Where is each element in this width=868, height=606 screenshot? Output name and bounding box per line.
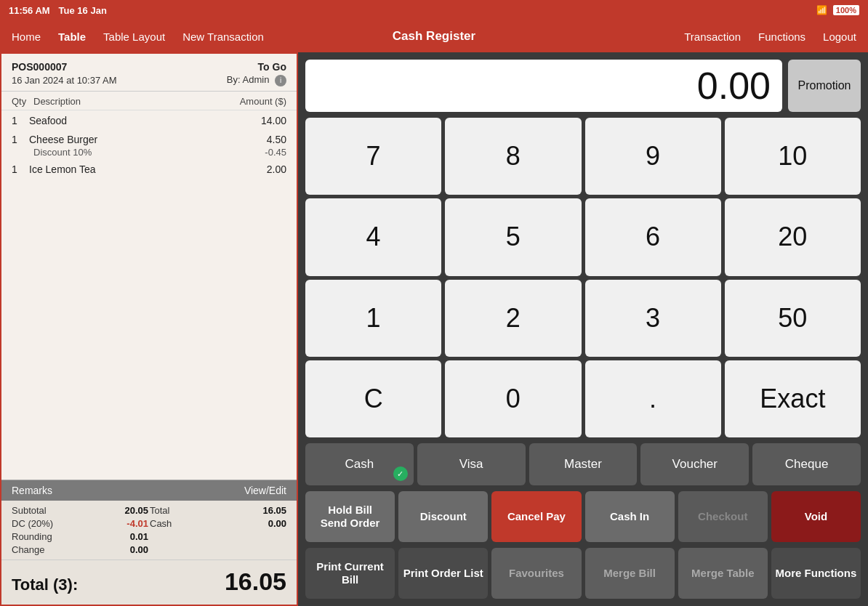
numpad-btn-.[interactable]: . — [585, 360, 721, 437]
nav-bar: Home Table Table Layout New Transaction … — [0, 20, 868, 52]
action-btn-void[interactable]: Void — [771, 491, 861, 542]
action-btn-discount[interactable]: Discount — [398, 491, 488, 542]
action-btn-checkout: Checkout — [678, 491, 768, 542]
payment-btn-cash[interactable]: Cash✓ — [305, 443, 414, 485]
subtotal-value: 20.05 — [124, 505, 148, 516]
numpad-btn-8[interactable]: 8 — [445, 118, 581, 195]
receipt-item: 1 Seafood 14.00 — [12, 115, 286, 126]
action-btn-merge-table: Merge Table — [678, 548, 768, 599]
payment-btn-voucher[interactable]: Voucher — [640, 443, 749, 485]
action-btn-merge-bill: Merge Bill — [585, 548, 675, 599]
numpad-btn-9[interactable]: 9 — [585, 118, 721, 195]
nav-new-transaction[interactable]: New Transaction — [182, 31, 264, 43]
change-value: 0.00 — [130, 544, 148, 555]
promotion-button[interactable]: Promotion — [788, 60, 861, 112]
payment-btn-cheque[interactable]: Cheque — [752, 443, 861, 485]
date: Tue 16 Jan — [59, 5, 107, 16]
grand-total-row: Total (3): 16.05 — [1, 559, 297, 605]
action-btn-more-functions[interactable]: More Functions — [771, 548, 861, 599]
nav-logout[interactable]: Logout — [823, 31, 856, 43]
numpad: 789104562012350C0.Exact — [305, 118, 861, 437]
payment-btn-visa[interactable]: Visa — [417, 443, 526, 485]
nav-title: Cash Register — [393, 29, 475, 43]
rounding-value: 0.01 — [130, 531, 148, 542]
numpad-btn-exact[interactable]: Exact — [725, 360, 861, 437]
right-panel: 0.00 Promotion 789104562012350C0.Exact C… — [298, 52, 868, 606]
order-by: By: Admin i — [227, 74, 286, 86]
top-row: 0.00 Promotion — [305, 60, 861, 112]
action-row-1: Hold Bill Send OrderDiscountCancel PayCa… — [305, 491, 861, 542]
status-bar: 11:56 AM Tue 16 Jan 📶 100% — [0, 0, 868, 20]
action-btn-print-order-list[interactable]: Print Order List — [398, 548, 488, 599]
numpad-btn-3[interactable]: 3 — [585, 280, 721, 357]
receipt-item: 1 Ice Lemon Tea 2.00 — [12, 163, 286, 175]
receipt-col-header: Qty Description Amount ($) — [1, 92, 297, 110]
numpad-btn-10[interactable]: 10 — [725, 118, 861, 195]
order-type: To Go — [258, 61, 286, 73]
nav-table[interactable]: Table — [58, 31, 86, 43]
order-number: POS000007 — [12, 61, 67, 73]
action-btn-print-current-bill[interactable]: Print Current Bill — [305, 548, 395, 599]
numpad-btn-1[interactable]: 1 — [305, 280, 441, 357]
order-date: 16 Jan 2024 at 10:37 AM — [12, 75, 117, 86]
amount-value: 0.00 — [697, 64, 771, 108]
item-discount: Discount 10% -0.45 — [33, 147, 286, 158]
receipt-footer: Remarks View/Edit Subtotal 20.05 DC (20%… — [1, 480, 297, 605]
action-btn-cancel-pay[interactable]: Cancel Pay — [491, 491, 581, 542]
receipt-item: 1 Cheese Burger 4.50 Discount 10% -0.45 — [12, 134, 286, 158]
numpad-btn-20[interactable]: 20 — [725, 198, 861, 275]
amount-display: 0.00 — [305, 60, 782, 112]
payment-btn-master[interactable]: Master — [529, 443, 638, 485]
nav-home[interactable]: Home — [12, 31, 41, 43]
numpad-btn-c[interactable]: C — [305, 360, 441, 437]
action-btn-hold-bill-send-order[interactable]: Hold Bill Send Order — [305, 491, 395, 542]
wifi-icon: 📶 — [816, 5, 827, 15]
cash-label: Cash — [150, 518, 172, 529]
nav-transaction[interactable]: Transaction — [684, 31, 741, 43]
action-btn-cash-in[interactable]: Cash In — [585, 491, 675, 542]
remarks-row: Remarks View/Edit — [1, 480, 297, 501]
grand-total-value: 16.05 — [225, 567, 286, 596]
remarks-label: Remarks — [12, 485, 52, 496]
numpad-btn-2[interactable]: 2 — [445, 280, 581, 357]
dc-value: -4.01 — [126, 518, 148, 529]
nav-table-layout[interactable]: Table Layout — [103, 31, 165, 43]
action-row-2: Print Current BillPrint Order ListFavour… — [305, 548, 861, 599]
time: 11:56 AM — [9, 5, 50, 16]
numpad-btn-6[interactable]: 6 — [585, 198, 721, 275]
cash-value: 0.00 — [268, 518, 286, 529]
numpad-btn-0[interactable]: 0 — [445, 360, 581, 437]
selected-check-icon: ✓ — [393, 466, 408, 481]
numpad-btn-5[interactable]: 5 — [445, 198, 581, 275]
action-btn-favourites: Favourites — [491, 548, 581, 599]
dc-label: DC (20%) — [12, 518, 53, 529]
receipt-items: 1 Seafood 14.00 1 Cheese Burger 4.50 Dis… — [1, 110, 297, 480]
nav-functions[interactable]: Functions — [758, 31, 805, 43]
total-value: 16.05 — [262, 505, 286, 516]
info-icon[interactable]: i — [275, 75, 286, 86]
change-label: Change — [12, 544, 45, 555]
receipt-header: POS000007 To Go 16 Jan 2024 at 10:37 AM … — [1, 54, 297, 92]
view-edit-button[interactable]: View/Edit — [244, 485, 286, 496]
totals-grid: Subtotal 20.05 DC (20%) -4.01 Rounding 0… — [1, 501, 297, 559]
grand-total-label: Total (3): — [12, 575, 78, 594]
subtotal-label: Subtotal — [12, 505, 47, 516]
numpad-btn-4[interactable]: 4 — [305, 198, 441, 275]
numpad-btn-7[interactable]: 7 — [305, 118, 441, 195]
main-area: POS000007 To Go 16 Jan 2024 at 10:37 AM … — [0, 52, 868, 606]
numpad-btn-50[interactable]: 50 — [725, 280, 861, 357]
battery: 100% — [833, 5, 859, 15]
total-label: Total — [150, 505, 169, 516]
payment-row: Cash✓VisaMasterVoucherCheque — [305, 443, 861, 485]
receipt-panel: POS000007 To Go 16 Jan 2024 at 10:37 AM … — [0, 52, 298, 606]
rounding-label: Rounding — [12, 531, 52, 542]
